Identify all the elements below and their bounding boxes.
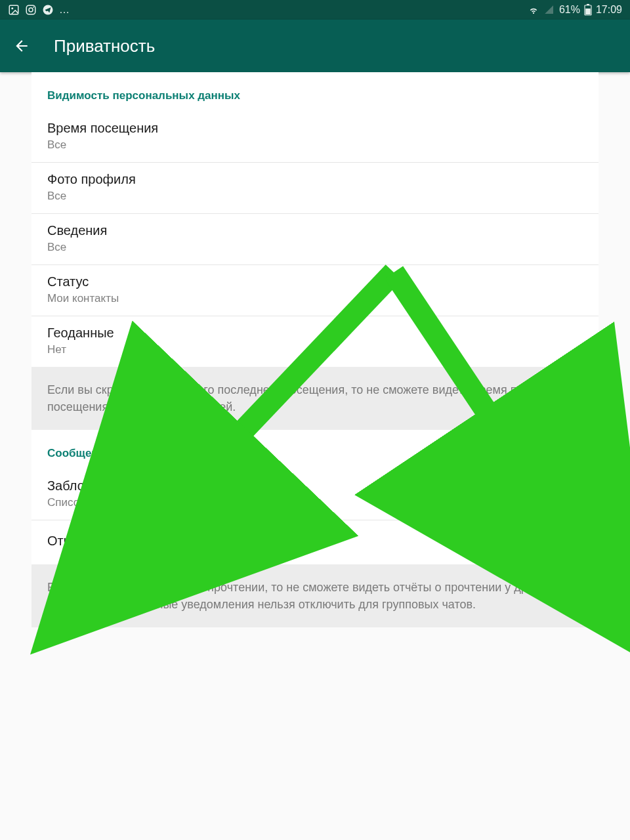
back-icon[interactable] [13,37,30,54]
info-last-seen: Если вы скроете время своего последнего … [32,367,598,430]
app-bar: Приватность [0,20,630,72]
row-title: Отчёты о прочтении [47,534,583,551]
section-header-visibility: Видимость персональных данных [32,72,598,112]
row-read-receipts[interactable]: Отчёты о прочтении [32,520,598,564]
content: Видимость персональных данных Время посе… [0,72,630,627]
instagram-icon [25,4,37,16]
row-about[interactable]: Сведения Все [32,214,598,265]
row-sub: Мои контакты [47,292,583,305]
section-header-messages: Сообщения [32,430,598,469]
svg-point-1 [11,7,13,9]
row-last-seen[interactable]: Время посещения Все [32,112,598,163]
telegram-icon [42,4,54,16]
gallery-icon [8,4,20,16]
battery-icon [584,4,592,16]
row-status[interactable]: Статус Мои контакты [32,265,598,316]
row-sub: Список заблокированных контактов. [47,496,583,509]
row-title: Статус [47,274,583,292]
row-sub: Все [47,138,583,152]
svg-point-4 [33,7,34,8]
svg-rect-7 [587,4,589,5]
wifi-icon [528,4,539,16]
row-sub: Нет [47,343,583,356]
battery-percent: 61% [559,4,580,16]
info-read-receipts: Если вы отключите отчёты о прочтении, то… [32,564,598,627]
row-title: Сведения [47,223,583,241]
more-icon: … [59,4,70,16]
row-sub: Все [47,241,583,254]
row-blocked[interactable]: Заблокированные Список заблокированных к… [32,469,598,520]
row-sub: Все [47,190,583,203]
svg-rect-0 [9,5,18,14]
svg-point-3 [29,8,33,12]
signal-icon [543,4,555,16]
row-title: Геоданные [47,326,583,343]
row-title: Заблокированные [47,478,583,496]
status-right: 61% 17:09 [528,4,622,16]
row-profile-photo[interactable]: Фото профиля Все [32,163,598,214]
svg-rect-8 [585,9,591,14]
row-title: Время посещения [47,121,583,138]
clock: 17:09 [596,4,622,16]
row-location[interactable]: Геоданные Нет [32,316,598,367]
page-title: Приватность [54,36,155,56]
check-icon [581,537,593,549]
status-bar: … 61% 17:09 [0,0,630,20]
settings-panel: Видимость персональных данных Время посе… [32,72,598,627]
status-left: … [8,4,70,16]
read-receipts-checkbox[interactable] [579,534,596,551]
row-title: Фото профиля [47,172,583,190]
